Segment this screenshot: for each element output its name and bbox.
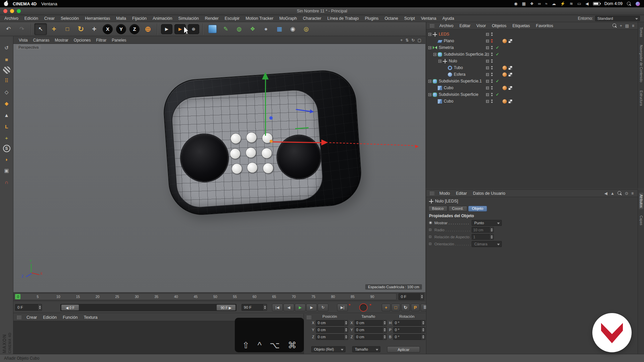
om-menu-editar[interactable]: Editar xyxy=(457,23,474,28)
box-marker-icon[interactable] xyxy=(429,243,431,245)
minimize-window-button[interactable] xyxy=(10,9,14,13)
object-row[interactable]: Cubo xyxy=(426,98,638,105)
coord-field[interactable]: 0 cm xyxy=(316,327,348,333)
up-icon[interactable]: ▲ xyxy=(610,191,614,196)
attribute-dropdown[interactable]: Punto xyxy=(472,220,502,226)
down-arrow-icon[interactable] xyxy=(384,323,386,324)
add-cube-icon[interactable] xyxy=(206,23,219,35)
layer-state-icon[interactable] xyxy=(486,93,489,96)
om-menu-visor[interactable]: Visor xyxy=(473,23,489,28)
panel-handle-icon[interactable] xyxy=(17,315,21,319)
matman-menu-edici-n[interactable]: Edición xyxy=(40,315,60,320)
app-menu-ventana[interactable]: Ventana xyxy=(418,16,439,21)
stepper-arrows[interactable] xyxy=(38,304,42,310)
visibility-dots[interactable] xyxy=(491,32,493,37)
model-mode-icon[interactable]: ■ xyxy=(2,55,12,64)
am-menu-datos-de-usuario[interactable]: Datos de Usuario xyxy=(470,191,508,196)
side-tab-tomas[interactable]: Tomas xyxy=(639,25,643,39)
texture-tag-icon[interactable] xyxy=(508,72,513,77)
snap-mode-icon[interactable]: S xyxy=(3,145,10,152)
spotlight-icon[interactable] xyxy=(627,2,631,6)
stepper-arrows[interactable] xyxy=(489,227,493,232)
end-frame-field[interactable]: 90 F xyxy=(241,304,267,311)
loop-button[interactable]: ↻ xyxy=(318,304,328,311)
expander-icon[interactable] xyxy=(428,93,431,96)
up-arrow-icon[interactable] xyxy=(491,235,493,237)
viewport-canvas[interactable]: Perspectiva Espaciado Cuadrícula : 100 c… xyxy=(13,44,425,292)
object-label[interactable]: Simetría xyxy=(439,45,454,50)
visibility-dot-editor[interactable] xyxy=(491,39,493,41)
attribute-field[interactable]: 10 cm xyxy=(472,227,494,233)
rotate-view-icon[interactable]: ↻ xyxy=(412,38,415,43)
visibility-dot-render[interactable] xyxy=(491,81,493,83)
add-mograph-icon[interactable]: ❖ xyxy=(246,23,259,35)
app-menu-motion-tracker[interactable]: Motion Tracker xyxy=(243,16,276,21)
object-row[interactable]: Tubo xyxy=(426,64,638,71)
viewport-menu-mostrar[interactable]: Mostrar xyxy=(52,38,71,43)
coord-field[interactable]: 0 cm xyxy=(355,320,387,326)
filter-icon[interactable]: ▤ xyxy=(625,23,629,28)
up-arrow-icon[interactable] xyxy=(491,228,493,230)
stepper-arrows[interactable] xyxy=(420,294,424,300)
goto-end-button[interactable]: ▶| xyxy=(337,304,348,311)
side-tab-atributos[interactable]: Atributos xyxy=(639,193,643,209)
environment-dropdown[interactable]: Standard xyxy=(595,16,640,21)
om-menu-archivo[interactable]: Archivo xyxy=(436,23,457,28)
viewport-menu-paneles[interactable]: Paneles xyxy=(109,38,129,43)
add-scene-icon[interactable]: ▦ xyxy=(273,23,286,35)
visibility-dots[interactable] xyxy=(491,39,493,43)
timeline-range-slider[interactable]: ◀ 0 F90 F ▶ xyxy=(60,304,236,311)
down-arrow-icon[interactable] xyxy=(345,323,347,324)
enabled-check-icon[interactable]: ✓ xyxy=(495,79,500,83)
scale-tool-icon[interactable]: □ xyxy=(61,23,74,35)
viewport-menu-c-maras[interactable]: Cámaras xyxy=(30,38,52,43)
render-view-icon[interactable]: ▶ xyxy=(161,24,172,34)
matman-menu-textura[interactable]: Textura xyxy=(81,315,101,320)
coordinate-system-icon[interactable]: ⊕ xyxy=(142,23,154,35)
visibility-dot-editor[interactable] xyxy=(491,100,493,101)
down-arrow-icon[interactable] xyxy=(264,308,266,309)
app-menu-script[interactable]: Script xyxy=(401,16,418,21)
pan-view-icon[interactable]: + xyxy=(400,38,403,43)
x-axis-lock-icon[interactable]: X xyxy=(103,24,113,34)
stepper-arrows[interactable] xyxy=(344,327,348,333)
coord-field[interactable]: 0 ° xyxy=(393,327,425,333)
visibility-dot-editor[interactable] xyxy=(491,33,493,34)
matman-menu-crear[interactable]: Crear xyxy=(23,315,40,320)
add-camera-icon[interactable]: ◉ xyxy=(286,23,299,35)
box-marker-icon[interactable] xyxy=(429,236,431,238)
up-arrow-icon[interactable] xyxy=(345,321,347,322)
rotate-tool-icon[interactable]: ↻ xyxy=(74,23,87,35)
back-icon[interactable]: ◀ xyxy=(604,191,607,196)
om-menu-favoritos[interactable]: Favoritos xyxy=(533,23,556,28)
object-label[interactable]: Tubo xyxy=(454,65,463,70)
texture-tag-icon[interactable] xyxy=(508,86,513,90)
expander-icon[interactable] xyxy=(428,46,431,49)
visibility-dot-render[interactable] xyxy=(491,95,493,97)
tab-objeto[interactable]: Objeto xyxy=(468,206,487,212)
visibility-dots[interactable] xyxy=(491,52,493,57)
render-settings-icon[interactable]: ⊛ xyxy=(188,24,199,34)
coord-field[interactable]: 0 cm xyxy=(316,334,348,340)
visibility-dots[interactable] xyxy=(491,72,493,77)
panel-menu-icon[interactable]: ≡ xyxy=(631,191,634,196)
close-window-button[interactable] xyxy=(3,9,7,13)
display-icon[interactable]: ▭ xyxy=(577,2,581,6)
up-arrow-icon[interactable] xyxy=(421,295,423,296)
search-icon[interactable] xyxy=(612,23,617,28)
visibility-dot-render[interactable] xyxy=(491,88,493,90)
timeline-ruler[interactable]: 051015202530354045505560657075808590 xyxy=(14,293,396,300)
object-row[interactable]: LEDS xyxy=(426,31,638,38)
object-label[interactable]: Cubo xyxy=(444,85,453,90)
current-frame-field[interactable]: 0 F xyxy=(15,304,42,311)
visibility-dot-render[interactable] xyxy=(491,35,493,36)
add-generator-icon[interactable]: ◍ xyxy=(233,23,246,35)
null-object-point[interactable] xyxy=(269,116,273,120)
add-icon[interactable]: + xyxy=(620,23,622,28)
up-arrow-icon[interactable] xyxy=(422,328,424,329)
object-label[interactable]: Nulo xyxy=(449,59,457,63)
visibility-dot-render[interactable] xyxy=(491,68,493,70)
add-deformer-icon[interactable]: ● xyxy=(260,23,272,35)
menubar-clock[interactable]: Dom 4:09 xyxy=(604,1,623,6)
expander-icon[interactable] xyxy=(428,80,431,83)
